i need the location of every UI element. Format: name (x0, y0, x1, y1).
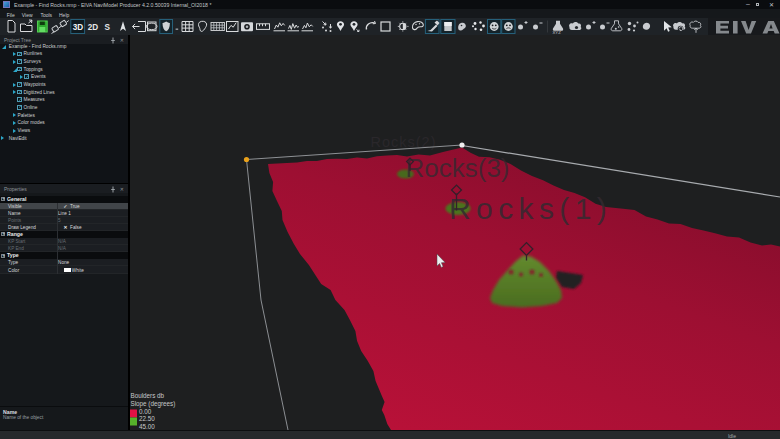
svg-text:Slope (degrees): Slope (degrees) (131, 400, 176, 408)
svg-text:Rocks(3): Rocks(3) (406, 153, 510, 183)
svg-text:Rocks(1): Rocks(1) (449, 192, 612, 225)
svg-text:3D: 3D (73, 23, 84, 32)
svg-text:S: S (105, 23, 111, 32)
svg-text:2D: 2D (88, 23, 99, 32)
svg-text:45.00: 45.00 (139, 423, 155, 430)
svg-text:Boulders db: Boulders db (131, 392, 165, 399)
svg-text:22.50: 22.50 (139, 415, 155, 422)
svg-text:0.00: 0.00 (139, 408, 152, 415)
